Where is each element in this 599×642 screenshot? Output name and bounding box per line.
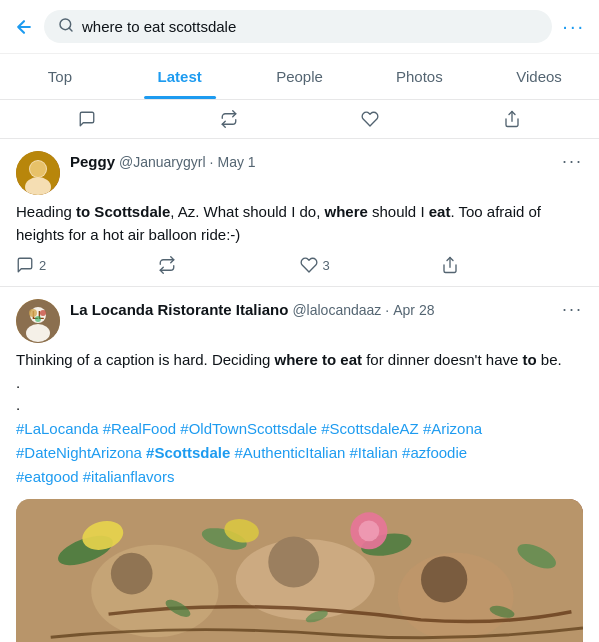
tweet-image: [16, 499, 583, 643]
dot-separator: ·: [210, 154, 214, 170]
reply-icon: [16, 256, 34, 274]
header-more-button[interactable]: ···: [562, 15, 585, 38]
avatar: LL: [16, 299, 60, 343]
svg-point-5: [30, 161, 46, 177]
display-name: Peggy: [70, 153, 115, 170]
tab-people[interactable]: People: [240, 54, 360, 99]
svg-point-19: [268, 536, 319, 587]
tweet-header: LL La Locanda Ristorante Italiano @laloc…: [16, 299, 583, 343]
svg-point-12: [40, 310, 46, 316]
tweet-more-button[interactable]: ···: [554, 299, 583, 320]
prev-retweet-button[interactable]: [158, 110, 300, 128]
tweet-date: May 1: [217, 154, 255, 170]
tweet-user-row: Peggy @Januarygyrl · May 1 ···: [70, 151, 583, 172]
tabs-bar: Top Latest People Photos Videos: [0, 54, 599, 100]
tweet-peggy: Peggy @Januarygyrl · May 1 ··· Heading t…: [0, 139, 599, 287]
retweet-icon: [158, 256, 176, 274]
tweet-body: Heading to Scottsdale, Az. What should I…: [16, 201, 583, 246]
svg-point-20: [421, 556, 467, 602]
tweet-user-info: La Locanda Ristorante Italiano @lalocand…: [70, 301, 434, 318]
tweet-meta: La Locanda Ristorante Italiano @lalocand…: [70, 299, 583, 320]
like-icon: [361, 110, 379, 128]
svg-point-15: [91, 544, 218, 637]
display-name: La Locanda Ristorante Italiano: [70, 301, 288, 318]
retweet-button[interactable]: [158, 256, 300, 274]
svg-point-18: [111, 552, 153, 594]
tweet-lalocanda: LL La Locanda Ristorante Italiano @laloc…: [0, 287, 599, 642]
tab-photos[interactable]: Photos: [359, 54, 479, 99]
share-icon: [441, 256, 459, 274]
tab-latest[interactable]: Latest: [120, 54, 240, 99]
prev-tweet-actions: [0, 100, 599, 139]
prev-like-button[interactable]: [300, 110, 442, 128]
username: @lalocandaaz: [292, 302, 381, 318]
food-decoration: [16, 499, 583, 643]
reply-icon: [78, 110, 96, 128]
retweet-icon: [220, 110, 238, 128]
tweet-more-button[interactable]: ···: [554, 151, 583, 172]
prev-reply-button[interactable]: [16, 110, 158, 128]
tweet-meta: Peggy @Januarygyrl · May 1 ···: [70, 151, 583, 172]
dot-separator: ·: [385, 302, 389, 318]
svg-point-13: [35, 316, 41, 322]
like-button[interactable]: 3: [300, 256, 442, 274]
like-icon: [300, 256, 318, 274]
svg-point-11: [29, 309, 37, 317]
search-query-text: where to eat scottsdale: [82, 18, 236, 35]
svg-point-10: [26, 324, 50, 342]
tweet-date: Apr 28: [393, 302, 434, 318]
reply-count: 2: [39, 258, 46, 273]
share-button[interactable]: [441, 256, 583, 274]
search-icon: [58, 17, 74, 36]
share-icon: [503, 110, 521, 128]
tweet-user-row: La Locanda Ristorante Italiano @lalocand…: [70, 299, 583, 320]
prev-share-button[interactable]: [441, 110, 583, 128]
hashtag-line: #LaLocanda #RealFood #OldTownScottsdale …: [16, 420, 482, 485]
header: where to eat scottsdale ···: [0, 0, 599, 54]
tweet-actions: 2 3: [16, 256, 583, 274]
svg-point-28: [359, 520, 380, 541]
like-count: 3: [323, 258, 330, 273]
tweet-user-info: Peggy @Januarygyrl · May 1: [70, 153, 256, 170]
search-bar[interactable]: where to eat scottsdale: [44, 10, 552, 43]
tweet-body: Thinking of a caption is hard. Deciding …: [16, 349, 583, 489]
tweet-header: Peggy @Januarygyrl · May 1 ···: [16, 151, 583, 195]
avatar: [16, 151, 60, 195]
back-button[interactable]: [14, 17, 34, 37]
tab-videos[interactable]: Videos: [479, 54, 599, 99]
tab-top[interactable]: Top: [0, 54, 120, 99]
username: @Januarygyrl: [119, 154, 206, 170]
reply-button[interactable]: 2: [16, 256, 158, 274]
